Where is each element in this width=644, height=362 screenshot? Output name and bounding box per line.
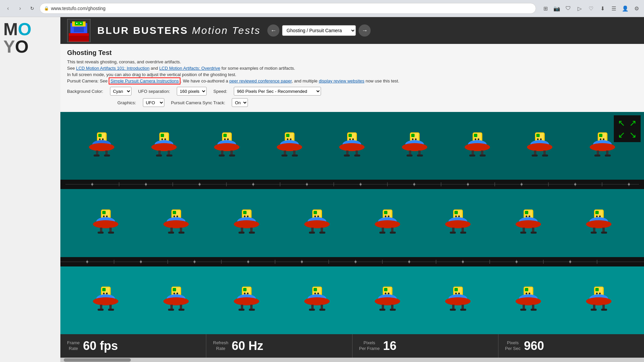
pursuit-prefix: Pursuit Camera: See [67, 78, 109, 83]
shield-icon[interactable]: 🛡 [564, 4, 572, 12]
svg-point-263 [516, 261, 518, 263]
extensions-icon[interactable]: ⊞ [541, 4, 549, 12]
svg-point-337 [516, 297, 541, 305]
logo-m-cyan: O [18, 19, 31, 39]
fullscreen-button[interactable]: ↖ ↗ ↙ ↘ [614, 115, 641, 142]
svg-rect-99 [542, 155, 548, 157]
graphics-select[interactable]: UFO Ball Arrow [143, 98, 164, 107]
stat-pixels-per-sec: Pixels Per Sec 960 [498, 334, 644, 358]
lcd-intro-link[interactable]: LCD Motion Artifacts 101: Introduction [76, 66, 150, 71]
svg-point-206 [445, 220, 471, 228]
site-title-main: BLUR BUSTERS [97, 25, 192, 36]
svg-rect-110 [605, 155, 611, 157]
camera-icon[interactable]: 📷 [553, 4, 561, 12]
pursuit-sync-select[interactable]: On Off [232, 98, 248, 107]
svg-rect-44 [229, 155, 235, 157]
svg-rect-285 [168, 309, 174, 311]
play-icon[interactable]: ▷ [576, 4, 584, 12]
desc2-prefix: See [67, 66, 76, 71]
pursuit-camera-link[interactable]: Simple Pursuit Camera Instructions [110, 78, 179, 83]
refresh-button[interactable]: ↻ [28, 4, 37, 13]
svg-rect-164 [180, 228, 182, 232]
svg-rect-191 [384, 211, 387, 214]
frame-rate-label: Frame Rate [67, 340, 80, 352]
svg-rect-185 [311, 228, 314, 232]
download-icon[interactable]: ⬇ [598, 4, 606, 12]
graphics-label: Graphics: [117, 100, 136, 105]
lcd-overdrive-link[interactable]: LCD Motion Artifacts: Overdrive [159, 66, 220, 71]
svg-rect-352 [601, 309, 607, 311]
svg-rect-27 [164, 138, 166, 140]
svg-rect-7 [80, 23, 82, 24]
address-bar[interactable] [51, 6, 532, 11]
scrollbar[interactable] [60, 358, 644, 362]
svg-rect-52 [284, 150, 286, 155]
forward-button[interactable]: › [15, 4, 25, 13]
svg-rect-102 [599, 134, 602, 137]
ufo-svg-9 [588, 132, 617, 160]
svg-point-84 [465, 143, 490, 151]
pixels-per-sec-label: Pixels Per Sec [505, 340, 521, 352]
svg-rect-199 [390, 232, 396, 234]
back-button[interactable]: ‹ [3, 4, 13, 13]
peer-reviewed-link[interactable]: peer reviewed conference paper [229, 78, 292, 83]
sidebar-logo: MO YO [0, 17, 60, 362]
svg-rect-75 [418, 150, 421, 155]
svg-rect-226 [599, 216, 601, 217]
svg-point-151 [93, 220, 118, 228]
svg-rect-198 [379, 232, 385, 234]
nav-prev-button[interactable]: ← [267, 24, 279, 37]
svg-rect-349 [593, 305, 595, 309]
svg-rect-8 [74, 27, 84, 32]
svg-rect-22 [104, 155, 110, 157]
page-select[interactable]: Ghosting / Pursuit Camera UFO Motion Tes… [282, 25, 356, 36]
display-review-link[interactable]: display review websites [319, 78, 364, 83]
svg-rect-69 [411, 134, 415, 137]
menu-icon[interactable]: ☰ [610, 4, 618, 12]
nav-next-button[interactable]: → [359, 24, 371, 37]
svg-rect-163 [170, 228, 173, 232]
svg-rect-159 [173, 216, 175, 217]
svg-rect-14 [99, 138, 101, 140]
ufo-r2-8 [585, 209, 613, 237]
ufo-r2-4 [303, 209, 331, 237]
settings-icon[interactable]: ⚙ [633, 4, 641, 12]
svg-rect-70 [412, 138, 414, 140]
pursuit-line: Pursuit Camera: See Simple Pursuit Camer… [67, 78, 637, 83]
svg-rect-316 [382, 305, 384, 309]
svg-point-304 [304, 297, 330, 305]
pursuit-end: now use this test. [364, 78, 399, 83]
svg-rect-302 [317, 293, 319, 294]
ufo-row-3 [60, 286, 644, 314]
svg-rect-308 [319, 309, 325, 311]
site-title: BLUR BUSTERS Motion Tests [97, 25, 261, 36]
svg-rect-269 [106, 293, 108, 294]
pixels-per-sec-value: 960 [524, 339, 544, 353]
svg-rect-317 [391, 305, 393, 309]
svg-rect-344 [595, 288, 599, 291]
heart-icon[interactable]: ♡ [587, 4, 595, 12]
svg-rect-290 [244, 293, 246, 294]
svg-rect-30 [158, 150, 161, 155]
ruler-strip-1 [60, 180, 644, 189]
scroll-thumb[interactable] [64, 358, 131, 362]
svg-rect-103 [600, 138, 601, 140]
ufo-sprite-7 [463, 132, 492, 160]
svg-point-262 [462, 261, 464, 263]
svg-rect-60 [352, 138, 354, 140]
fs-arrow-bl: ↙ [618, 130, 625, 140]
ufo-svg-3 [213, 132, 241, 160]
svg-rect-220 [520, 232, 526, 234]
svg-rect-335 [529, 293, 530, 294]
profile-icon[interactable]: 👤 [621, 4, 629, 12]
svg-rect-171 [247, 216, 249, 217]
bg-color-select[interactable]: Cyan Black White Gray [110, 87, 131, 96]
ufo-r3-7 [514, 286, 543, 314]
fs-arrow-br: ↘ [629, 130, 637, 140]
svg-point-142 [521, 183, 523, 185]
speed-select[interactable]: 960 Pixels Per Sec - Recommended 480 Pix… [234, 87, 321, 96]
ufo-sep-select[interactable]: 160 pixels 120 pixels 200 pixels [177, 87, 207, 96]
nav-controls: ← Ghosting / Pursuit Camera UFO Motion T… [267, 24, 371, 37]
ufo-svg-7 [463, 132, 492, 160]
ufo-sprite-1 [88, 132, 116, 160]
